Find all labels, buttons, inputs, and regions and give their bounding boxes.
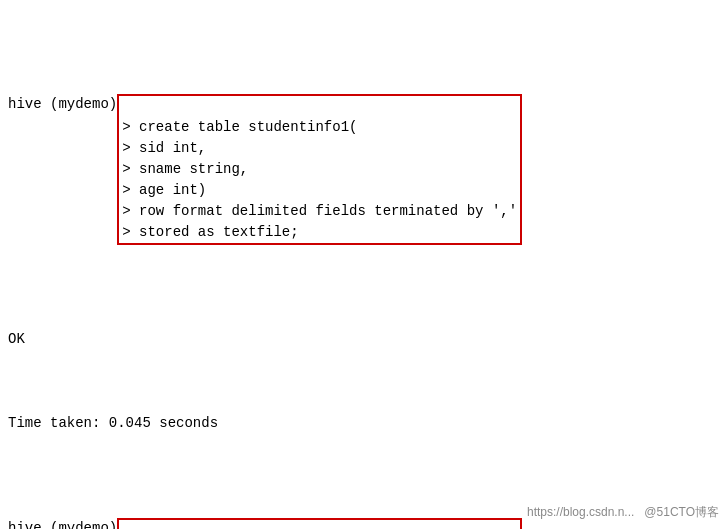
- command-box-2: > create external table student1( > sid …: [117, 518, 522, 529]
- watermark: https://blog.csdn.n... @51CTO博客: [527, 504, 719, 521]
- prompt-2: hive (mydemo): [8, 518, 117, 529]
- cmd-line-1-3: > sname string,: [122, 161, 248, 177]
- prompt-1: hive (mydemo): [8, 94, 117, 115]
- cmd-line-1-2: > sid int,: [122, 140, 206, 156]
- cmd-line-1-6: > stored as textfile;: [122, 224, 298, 240]
- cmd-line-1-1: > create table studentinfo1(: [122, 119, 357, 135]
- command-box-1: > create table studentinfo1( > sid int, …: [117, 94, 522, 245]
- cmd-line-1-5: > row format delimited fields terminated…: [122, 203, 517, 219]
- ok-1: OK: [8, 329, 719, 350]
- command-block-1: hive (mydemo) > create table studentinfo…: [8, 94, 719, 245]
- terminal: hive (mydemo) > create table studentinfo…: [8, 10, 719, 529]
- time-taken-1: Time taken: 0.045 seconds: [8, 413, 719, 434]
- cmd-line-1-4: > age int): [122, 182, 206, 198]
